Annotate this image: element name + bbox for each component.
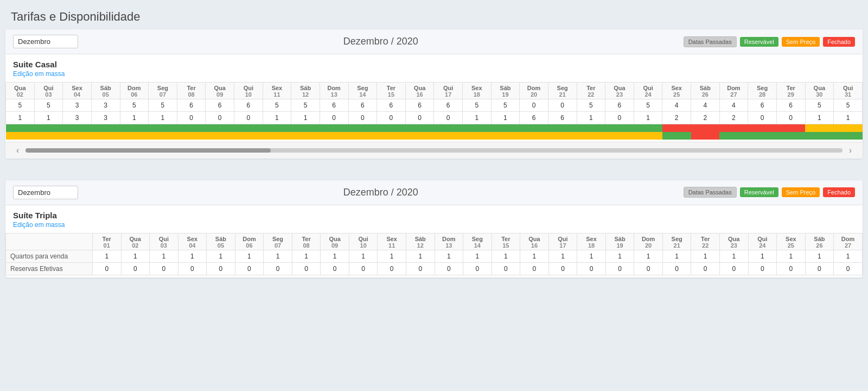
quartos-cell[interactable]: 0 <box>548 99 577 112</box>
quartos-cell[interactable]: 1 <box>577 250 606 262</box>
quartos-cell[interactable]: 1 <box>748 250 777 262</box>
quartos-cell[interactable]: 6 <box>434 99 463 112</box>
quartos-cell[interactable]: 6 <box>320 99 348 112</box>
reservas-cell[interactable]: 0 <box>748 112 777 124</box>
section2-month-input[interactable] <box>13 186 78 199</box>
quartos-cell[interactable]: 1 <box>548 250 577 262</box>
quartos-cell[interactable]: 1 <box>834 250 863 262</box>
reservas-cell[interactable]: 0 <box>206 112 234 124</box>
quartos-cell[interactable]: 0 <box>520 99 548 112</box>
quartos-cell[interactable]: 1 <box>492 250 520 262</box>
quartos-cell[interactable]: 5 <box>263 99 291 112</box>
quartos-cell[interactable]: 1 <box>178 250 207 262</box>
quartos-cell[interactable]: 5 <box>120 99 149 112</box>
reservas-cell[interactable]: 0 <box>235 262 264 275</box>
quartos-cell[interactable]: 6 <box>377 99 406 112</box>
reservas-cell[interactable]: 0 <box>548 262 577 275</box>
quartos-cell[interactable]: 1 <box>92 250 121 262</box>
quartos-cell[interactable]: 5 <box>834 99 863 112</box>
quartos-cell[interactable]: 1 <box>605 250 634 262</box>
reservas-cell[interactable]: 0 <box>834 262 863 275</box>
quartos-cell[interactable]: 3 <box>63 99 92 112</box>
quartos-cell[interactable]: 1 <box>463 250 492 262</box>
reservas-cell[interactable]: 0 <box>776 112 805 124</box>
quartos-cell[interactable]: 6 <box>605 99 634 112</box>
reservas-cell[interactable]: 0 <box>463 262 492 275</box>
quartos-cell[interactable]: 5 <box>463 99 492 112</box>
quartos-cell[interactable]: 1 <box>235 250 264 262</box>
reservas-cell[interactable]: 2 <box>691 112 720 124</box>
quartos-cell[interactable]: 5 <box>291 99 320 112</box>
reservas-cell[interactable]: 0 <box>492 262 520 275</box>
reservas-cell[interactable]: 0 <box>207 262 235 275</box>
quartos-cell[interactable]: 1 <box>378 250 406 262</box>
reservas-cell[interactable]: 1 <box>834 112 863 124</box>
quartos-cell[interactable]: 1 <box>292 250 321 262</box>
reservas-cell[interactable]: 0 <box>406 262 435 275</box>
reservas-cell[interactable]: 0 <box>748 262 777 275</box>
quartos-cell[interactable]: 1 <box>435 250 463 262</box>
reservas-cell[interactable]: 1 <box>34 112 63 124</box>
quartos-cell[interactable]: 1 <box>520 250 549 262</box>
section1-edit-mass[interactable]: Edição em massa <box>13 70 65 78</box>
quartos-cell[interactable]: 5 <box>491 99 520 112</box>
quartos-cell[interactable]: 1 <box>691 250 720 262</box>
reservas-cell[interactable]: 0 <box>177 112 206 124</box>
prev-arrow[interactable]: ‹ <box>13 144 22 156</box>
quartos-cell[interactable]: 1 <box>662 250 691 262</box>
quartos-cell[interactable]: 5 <box>577 99 605 112</box>
reservas-cell[interactable]: 6 <box>548 112 577 124</box>
quartos-cell[interactable]: 1 <box>406 250 435 262</box>
reservas-cell[interactable]: 1 <box>6 112 35 124</box>
reservas-cell[interactable]: 0 <box>349 262 378 275</box>
reservas-cell[interactable]: 0 <box>577 262 606 275</box>
quartos-cell[interactable]: 1 <box>321 250 349 262</box>
reservas-cell[interactable]: 1 <box>805 112 834 124</box>
reservas-cell[interactable]: 0 <box>634 262 663 275</box>
quartos-cell[interactable]: 4 <box>719 99 748 112</box>
reservas-cell[interactable]: 0 <box>321 262 349 275</box>
quartos-cell[interactable]: 1 <box>634 250 663 262</box>
quartos-cell[interactable]: 5 <box>6 99 35 112</box>
reservas-cell[interactable]: 0 <box>378 262 406 275</box>
quartos-cell[interactable]: 6 <box>748 99 777 112</box>
reservas-cell[interactable]: 0 <box>320 112 348 124</box>
next-arrow[interactable]: › <box>846 144 855 156</box>
reservas-cell[interactable]: 0 <box>435 262 463 275</box>
quartos-cell[interactable]: 4 <box>662 99 691 112</box>
quartos-cell[interactable]: 1 <box>777 250 806 262</box>
reservas-cell[interactable]: 0 <box>178 262 207 275</box>
reservas-cell[interactable]: 0 <box>605 262 634 275</box>
reservas-cell[interactable]: 0 <box>92 262 121 275</box>
quartos-cell[interactable]: 6 <box>776 99 805 112</box>
reservas-cell[interactable]: 0 <box>292 262 321 275</box>
quartos-cell[interactable]: 5 <box>149 99 177 112</box>
reservas-cell[interactable]: 0 <box>348 112 377 124</box>
quartos-cell[interactable]: 1 <box>719 250 748 262</box>
quartos-cell[interactable]: 1 <box>805 250 834 262</box>
reservas-cell[interactable]: 0 <box>234 112 263 124</box>
reservas-cell[interactable]: 0 <box>805 262 834 275</box>
reservas-cell[interactable]: 0 <box>150 262 178 275</box>
reservas-cell[interactable]: 3 <box>63 112 92 124</box>
quartos-cell[interactable]: 6 <box>234 99 263 112</box>
reservas-cell[interactable]: 1 <box>577 112 605 124</box>
reservas-cell[interactable]: 2 <box>662 112 691 124</box>
reservas-cell[interactable]: 3 <box>91 112 120 124</box>
reservas-cell[interactable]: 1 <box>463 112 492 124</box>
reservas-cell[interactable]: 0 <box>405 112 434 124</box>
quartos-cell[interactable]: 1 <box>150 250 178 262</box>
reservas-cell[interactable]: 1 <box>291 112 320 124</box>
quartos-cell[interactable]: 5 <box>805 99 834 112</box>
reservas-cell[interactable]: 1 <box>491 112 520 124</box>
quartos-cell[interactable]: 1 <box>207 250 235 262</box>
quartos-cell[interactable]: 1 <box>349 250 378 262</box>
quartos-cell[interactable]: 1 <box>264 250 292 262</box>
quartos-cell[interactable]: 1 <box>121 250 150 262</box>
quartos-cell[interactable]: 5 <box>634 99 662 112</box>
quartos-cell[interactable]: 6 <box>206 99 234 112</box>
quartos-cell[interactable]: 3 <box>91 99 120 112</box>
reservas-cell[interactable]: 1 <box>634 112 662 124</box>
quartos-cell[interactable]: 5 <box>34 99 63 112</box>
reservas-cell[interactable]: 1 <box>263 112 291 124</box>
